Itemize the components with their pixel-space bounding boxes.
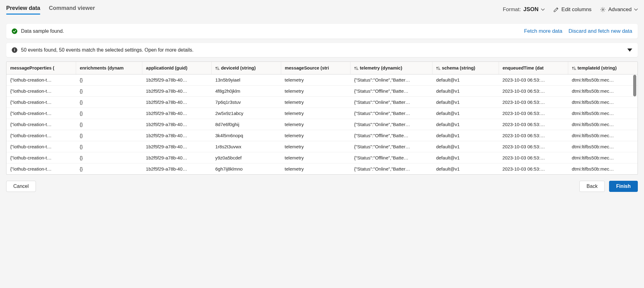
discard-link[interactable]: Discard and fetch new data: [569, 28, 632, 34]
tab-preview-data[interactable]: Preview data: [6, 5, 40, 14]
table-row[interactable]: {"iothub-creation-t…{}1b2f5f29-a78b-40…1…: [6, 141, 638, 152]
cell-enrichments: {}: [76, 152, 142, 163]
cell-templateId: dtmi:ltifbs50b:mec…: [568, 97, 638, 108]
cell-messageProperties: {"iothub-creation-t…: [6, 86, 76, 97]
cell-schema: default@v1: [432, 119, 499, 130]
finish-button[interactable]: Finish: [609, 181, 638, 192]
table-row[interactable]: {"iothub-creation-t…{}1b2f5f29-a78b-40…1…: [6, 74, 638, 86]
cell-telemetry: {"Status":"Online","Batter…: [350, 108, 432, 119]
cell-messageProperties: {"iothub-creation-t…: [6, 152, 76, 163]
cell-applicationId: 1b2f5f29-a78b-40…: [142, 141, 212, 152]
cell-enqueuedTime: 2023-10-03 06:53:…: [499, 152, 568, 163]
column-header[interactable]: telemetry (dynamic): [350, 62, 432, 74]
cell-enrichments: {}: [76, 97, 142, 108]
cell-deviceId: 13n5b9yiael: [212, 74, 281, 86]
edit-columns-button[interactable]: Edit columns: [553, 6, 591, 13]
header-controls: Format: JSON Edit columns Advanced: [503, 6, 638, 13]
data-table-wrap: messageProperties (enrichments (dynamapp…: [6, 61, 638, 175]
table-row[interactable]: {"iothub-creation-t…{}1b2f5f29-a78b-40…7…: [6, 97, 638, 108]
table-row[interactable]: {"iothub-creation-t…{}1b2f5f29-a78b-40…2…: [6, 108, 638, 119]
cell-messageSource: telemetry: [281, 152, 350, 163]
format-dropdown[interactable]: Format: JSON: [503, 6, 545, 13]
cell-messageSource: telemetry: [281, 108, 350, 119]
cell-messageProperties: {"iothub-creation-t…: [6, 141, 76, 152]
footer-right: Back Finish: [579, 181, 638, 192]
cell-telemetry: {"Status":"Online","Batter…: [350, 141, 432, 152]
format-value: JSON: [523, 6, 539, 13]
check-circle-icon: [12, 28, 17, 34]
cell-enrichments: {}: [76, 119, 142, 130]
column-header[interactable]: messageSource (stri: [281, 62, 350, 74]
column-header[interactable]: enqueuedTime (dat: [499, 62, 568, 74]
column-label: messageProperties (: [10, 66, 54, 70]
events-message: 50 events found, 50 events match the sel…: [21, 47, 194, 53]
cell-messageSource: telemetry: [281, 163, 350, 175]
cell-schema: default@v1: [432, 86, 499, 97]
cell-schema: default@v1: [432, 108, 499, 119]
events-left: i 50 events found, 50 events match the s…: [12, 47, 194, 53]
column-label: enqueuedTime (dat: [503, 66, 544, 70]
cell-enrichments: {}: [76, 163, 142, 175]
cell-enqueuedTime: 2023-10-03 06:53:…: [499, 163, 568, 175]
cancel-button[interactable]: Cancel: [6, 181, 36, 192]
info-icon: i: [12, 47, 17, 53]
table-row[interactable]: {"iothub-creation-t…{}1b2f5f29-a78b-40…8…: [6, 119, 638, 130]
cell-enrichments: {}: [76, 108, 142, 119]
column-header[interactable]: enrichments (dynam: [76, 62, 142, 74]
cell-enqueuedTime: 2023-10-03 06:53:…: [499, 86, 568, 97]
column-header[interactable]: templateId (string): [568, 62, 638, 74]
cell-templateId: dtmi:ltifbs50b:mec…: [568, 141, 638, 152]
cell-messageProperties: {"iothub-creation-t…: [6, 163, 76, 175]
cell-deviceId: 8d7e6f0ghij: [212, 119, 281, 130]
scrollbar-thumb[interactable]: [633, 75, 636, 96]
tabs: Preview data Command viewer: [6, 5, 95, 14]
table-header-row: messageProperties (enrichments (dynamapp…: [6, 62, 638, 74]
column-header[interactable]: deviceId (string): [212, 62, 281, 74]
cell-deviceId: 3k4l5m6nopq: [212, 130, 281, 141]
cell-applicationId: 1b2f5f29-a78b-40…: [142, 119, 212, 130]
cell-messageProperties: {"iothub-creation-t…: [6, 130, 76, 141]
column-label: messageSource (stri: [285, 66, 329, 70]
column-header[interactable]: applicationId (guid): [142, 62, 212, 74]
cell-enqueuedTime: 2023-10-03 06:53:…: [499, 97, 568, 108]
cell-applicationId: 1b2f5f29-a78b-40…: [142, 163, 212, 175]
cell-templateId: dtmi:ltifbs50b:mec…: [568, 74, 638, 86]
fetch-more-link[interactable]: Fetch more data: [524, 28, 562, 34]
svg-point-0: [602, 9, 604, 10]
events-card[interactable]: i 50 events found, 50 events match the s…: [6, 43, 638, 57]
expand-caret-icon[interactable]: [627, 49, 632, 52]
status-actions: Fetch more data Discard and fetch new da…: [524, 28, 632, 34]
cell-applicationId: 1b2f5f29-a78b-40…: [142, 74, 212, 86]
cell-enrichments: {}: [76, 130, 142, 141]
cell-enrichments: {}: [76, 141, 142, 152]
gear-icon: [600, 7, 606, 12]
column-label: telemetry (dynamic): [360, 66, 402, 70]
column-label: schema (string): [442, 66, 475, 70]
cell-telemetry: {"Status":"Offline","Batte…: [350, 86, 432, 97]
cell-deviceId: 2w5x9z1abcy: [212, 108, 281, 119]
status-message: Data sample found.: [21, 28, 64, 34]
cell-enrichments: {}: [76, 86, 142, 97]
edit-columns-label: Edit columns: [561, 6, 591, 13]
data-table: messageProperties (enrichments (dynamapp…: [6, 62, 638, 174]
header: Preview data Command viewer Format: JSON…: [6, 0, 638, 17]
table-row[interactable]: {"iothub-creation-t…{}1b2f5f29-a78b-40…3…: [6, 130, 638, 141]
table-row[interactable]: {"iothub-creation-t…{}1b2f5f29-a78b-40…6…: [6, 163, 638, 175]
tab-command-viewer[interactable]: Command viewer: [49, 5, 95, 14]
cell-messageSource: telemetry: [281, 130, 350, 141]
table-row[interactable]: {"iothub-creation-t…{}1b2f5f29-a78b-40…4…: [6, 86, 638, 97]
footer: Cancel Back Finish: [6, 181, 638, 192]
cell-enqueuedTime: 2023-10-03 06:53:…: [499, 74, 568, 86]
back-button[interactable]: Back: [579, 181, 605, 192]
cell-schema: default@v1: [432, 74, 499, 86]
cell-messageProperties: {"iothub-creation-t…: [6, 108, 76, 119]
cell-templateId: dtmi:ltifbs50b:mec…: [568, 152, 638, 163]
table-row[interactable]: {"iothub-creation-t…{}1b2f5f29-a78b-40…y…: [6, 152, 638, 163]
advanced-dropdown[interactable]: Advanced: [600, 6, 638, 13]
cell-telemetry: {"Status":"Offline","Batte…: [350, 130, 432, 141]
cell-applicationId: 1b2f5f29-a78b-40…: [142, 97, 212, 108]
cell-telemetry: {"Status":"Online","Batter…: [350, 163, 432, 175]
column-header[interactable]: messageProperties (: [6, 62, 76, 74]
cell-messageSource: telemetry: [281, 97, 350, 108]
column-header[interactable]: schema (string): [432, 62, 499, 74]
